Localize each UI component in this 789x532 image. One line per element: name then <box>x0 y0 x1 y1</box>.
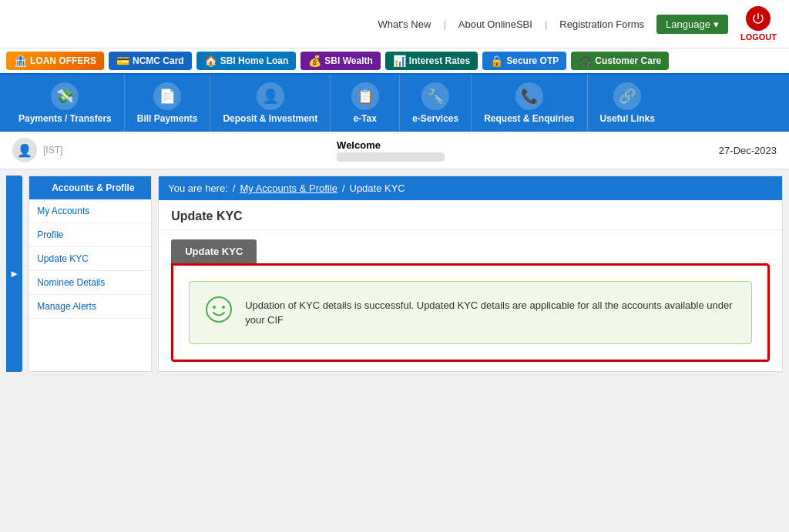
tab-content: Updation of KYC details is successful. U… <box>171 263 770 362</box>
interest-icon: 📊 <box>393 55 406 67</box>
breadcrumb-section-link[interactable]: My Accounts & Profile <box>240 182 337 194</box>
banner-wealth[interactable]: 💰 SBI Wealth <box>300 52 380 70</box>
user-name-blurred <box>337 152 445 162</box>
sidebar: 👤 Accounts & Profile My Accounts Profile… <box>29 176 152 372</box>
homeloan-icon: 🏠 <box>204 55 217 67</box>
sidebar-header: 👤 Accounts & Profile <box>29 176 151 199</box>
banner-otp[interactable]: 🔒 Secure OTP <box>482 52 566 70</box>
interest-label: Interest Rates <box>409 55 470 66</box>
links-icon: 🔗 <box>613 82 641 110</box>
care-label: Customer Care <box>595 55 661 66</box>
nav-request[interactable]: 📞 Request & Enquiries <box>472 75 587 132</box>
welcome-bar: 👤 [IST] Welcome 27-Dec-2023 <box>0 132 789 169</box>
welcome-date: 27-Dec-2023 <box>719 145 777 156</box>
banner-homeloan[interactable]: 🏠 SBI Home Loan <box>196 52 297 70</box>
svg-point-1 <box>213 306 216 309</box>
main-content: You are here: / My Accounts & Profile / … <box>158 176 783 372</box>
eservices-icon: 🔧 <box>421 82 449 110</box>
loan-icon: 🏦 <box>14 55 27 67</box>
sidebar-item-updatekyc[interactable]: Update KYC <box>29 247 151 271</box>
deposit-icon: 👤 <box>257 82 284 110</box>
success-text: Updation of KYC details is successful. U… <box>245 298 736 328</box>
ncmc-label: NCMC Card <box>133 55 184 66</box>
banner-loan[interactable]: 🏦 LOAN OFFERS <box>6 52 104 70</box>
wealth-label: SBI Wealth <box>324 55 372 66</box>
language-button[interactable]: Language ▾ <box>656 15 728 34</box>
main-nav: 💸 Payments / Transfers 📄 Bill Payments 👤… <box>0 75 789 132</box>
chevron-down-icon: ▾ <box>713 18 719 30</box>
user-session: [IST] <box>43 145 62 156</box>
wealth-icon: 💰 <box>308 55 321 67</box>
language-label: Language <box>666 18 710 30</box>
banner-ncmc[interactable]: 💳 NCMC Card <box>109 52 192 70</box>
sidebar-item-accounts[interactable]: My Accounts <box>29 199 151 223</box>
nav-payments[interactable]: 💸 Payments / Transfers <box>6 75 125 132</box>
top-nav: What's New | About OnlineSBI | Registrat… <box>0 0 789 49</box>
page-title: Update KYC <box>159 200 782 230</box>
power-icon <box>751 12 765 25</box>
bc-sep2: / <box>342 182 345 194</box>
payments-icon: 💸 <box>51 82 79 110</box>
sidebar-header-label: Accounts & Profile <box>52 182 134 193</box>
links-label: Useful Links <box>600 113 655 124</box>
eservices-label: e-Services <box>412 113 458 124</box>
care-icon: 🎧 <box>579 55 592 67</box>
you-are-here-label: You are here: <box>168 182 228 194</box>
nav-eservices[interactable]: 🔧 e-Services <box>400 75 472 132</box>
update-kyc-tab[interactable]: Update KYC <box>171 239 257 263</box>
content-wrapper: ► 👤 Accounts & Profile My Accounts Profi… <box>0 169 789 378</box>
logout-label: LOGOUT <box>740 32 777 42</box>
etax-label: e-Tax <box>353 113 376 124</box>
tab-container: Update KYC Updation of KYC details is su… <box>159 230 782 371</box>
banner-care[interactable]: 🎧 Customer Care <box>571 52 669 70</box>
sidebar-item-alerts[interactable]: Manage Alerts <box>29 295 151 319</box>
user-avatar: 👤 <box>12 138 37 162</box>
bills-label: Bill Payments <box>137 113 198 124</box>
nav-etax[interactable]: 📋 e-Tax <box>331 75 400 132</box>
welcome-label: Welcome <box>337 139 381 151</box>
otp-label: Secure OTP <box>506 55 559 66</box>
ncmc-icon: 💳 <box>116 55 129 67</box>
otp-icon: 🔒 <box>490 55 503 67</box>
etax-icon: 📋 <box>351 82 379 110</box>
breadcrumb-page: Update KYC <box>350 182 405 194</box>
success-icon <box>205 296 233 330</box>
banner-interest[interactable]: 📊 Interest Rates <box>385 52 478 70</box>
user-info: [IST] <box>43 145 62 156</box>
sep2: | <box>545 18 547 30</box>
about-link[interactable]: About OnlineSBI <box>458 18 532 30</box>
success-message: Updation of KYC details is successful. U… <box>189 281 752 344</box>
welcome-right: Welcome <box>337 139 445 162</box>
homeloan-label: SBI Home Loan <box>220 55 289 66</box>
deposit-label: Deposit & Investment <box>223 113 317 124</box>
svg-point-0 <box>206 297 231 322</box>
logout-icon <box>746 6 771 31</box>
request-label: Request & Enquiries <box>484 113 574 124</box>
bc-sep1: / <box>233 182 236 194</box>
nav-deposit[interactable]: 👤 Deposit & Investment <box>210 75 331 132</box>
logout-button[interactable]: LOGOUT <box>740 6 777 42</box>
sidebar-toggle-button[interactable]: ► <box>6 176 22 372</box>
sep1: | <box>443 18 445 30</box>
nav-bills[interactable]: 📄 Bill Payments <box>125 75 211 132</box>
breadcrumb: You are here: / My Accounts & Profile / … <box>159 176 782 200</box>
whats-new-link[interactable]: What's New <box>378 18 431 30</box>
reg-forms-link[interactable]: Registration Forms <box>559 18 644 30</box>
accounts-profile-icon: 👤 <box>37 182 49 193</box>
sidebar-item-profile[interactable]: Profile <box>29 223 151 247</box>
smiley-icon <box>205 296 233 323</box>
request-icon: 📞 <box>515 82 543 110</box>
loan-label: LOAN OFFERS <box>30 55 96 66</box>
nav-links[interactable]: 🔗 Useful Links <box>588 75 667 132</box>
welcome-left: 👤 [IST] <box>12 138 62 162</box>
svg-point-2 <box>222 306 225 309</box>
bills-icon: 📄 <box>153 82 181 110</box>
banner-bar: 🏦 LOAN OFFERS 💳 NCMC Card 🏠 SBI Home Loa… <box>0 49 789 75</box>
payments-label: Payments / Transfers <box>18 113 112 124</box>
sidebar-item-nominee[interactable]: Nominee Details <box>29 271 151 295</box>
